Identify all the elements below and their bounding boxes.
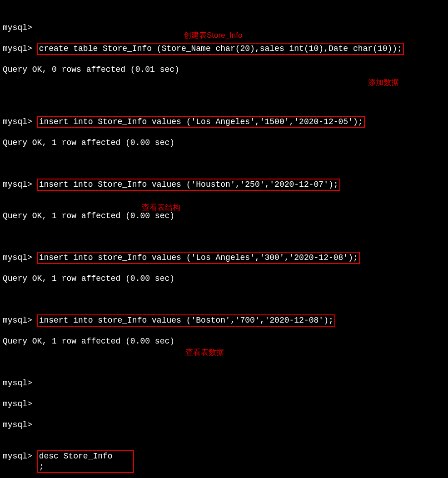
annotation-view-structure: 查看表结构 (142, 202, 180, 213)
cmd-insert-4: insert into store_Info values ('Boston',… (37, 314, 335, 327)
cmd-desc: desc Store_Info ; (37, 450, 134, 473)
prompt: mysql> (3, 316, 32, 325)
query-response: Query OK, 0 rows affected (0.01 sec) (3, 65, 445, 75)
query-response: Query OK, 1 row affected (0.00 sec) (3, 274, 445, 284)
annotation-view-data: 查看表数据 (185, 347, 224, 358)
cmd-create-table: create table Store_Info (Store_Name char… (37, 43, 404, 55)
cmd-insert-3: insert into store_Info values ('Los Ange… (37, 252, 360, 264)
query-response: Query OK, 1 row affected (0.00 sec) (3, 138, 445, 148)
query-response: Query OK, 1 row affected (0.00 sec) (3, 211, 445, 221)
prompt: mysql> (3, 180, 32, 189)
prompt: mysql> (3, 399, 32, 408)
query-response: Query OK, 1 row affected (0.00 sec) (3, 336, 445, 347)
prompt: mysql> (3, 44, 32, 53)
prompt: mysql> (3, 452, 32, 461)
cmd-insert-1: insert into Store_Info values ('Los Ange… (37, 116, 365, 128)
terminal-screen[interactable]: mysql> mysql> create table Store_Info (S… (0, 0, 448, 478)
annotation-create-table: 创建表Store_Info (184, 30, 242, 40)
annotation-add-data: 添加数据 (368, 77, 399, 88)
prompt: mysql> (3, 378, 32, 388)
prompt: mysql> (3, 117, 32, 126)
cmd-insert-2: insert into Store_Info values ('Houston'… (37, 179, 340, 191)
prompt: mysql> (3, 253, 32, 262)
prompt: mysql> (3, 420, 32, 429)
prompt: mysql> (3, 23, 32, 32)
